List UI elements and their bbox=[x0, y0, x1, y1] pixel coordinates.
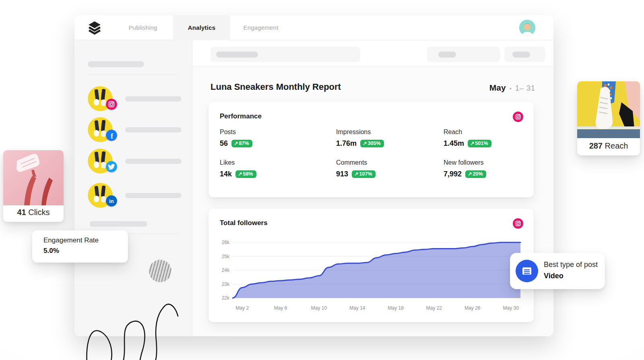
svg-text:f: f bbox=[111, 132, 114, 140]
tab-engagement[interactable]: Engagement bbox=[230, 15, 291, 40]
period-month: May bbox=[489, 83, 506, 93]
reach-label: 287 Reach bbox=[577, 141, 640, 151]
stat-likes: Likes 14k ↗58% bbox=[220, 159, 336, 178]
channel-name-skeleton bbox=[125, 193, 182, 198]
followers-card-title: Total followers bbox=[220, 219, 268, 227]
post-thumbnail bbox=[3, 150, 64, 205]
tab-analytics[interactable]: Analytics bbox=[173, 15, 230, 40]
svg-text:May 18: May 18 bbox=[388, 305, 404, 311]
search-filter-skeleton-text bbox=[216, 52, 258, 58]
instagram-icon bbox=[513, 218, 523, 229]
engagement-rate-value: 5.0% bbox=[43, 247, 128, 255]
trend-badge: ↗87% bbox=[231, 140, 252, 147]
performance-card-title: Performance bbox=[220, 112, 262, 120]
stat-reach: Reach 1.45m ↗501% bbox=[444, 128, 522, 148]
knit-texture-avatar[interactable] bbox=[149, 260, 171, 282]
stat-posts: Posts 56 ↗87% bbox=[220, 128, 336, 148]
best-type-of-post-card: Best type of post Video bbox=[510, 253, 605, 289]
reach-post-card: 287 Reach bbox=[577, 81, 640, 155]
clicks-post-card: 41 Clicks bbox=[3, 150, 64, 222]
svg-text:May 30: May 30 bbox=[503, 305, 519, 311]
trend-badge: ↗58% bbox=[235, 170, 256, 178]
facebook-icon: f bbox=[106, 130, 117, 141]
trend-badge: ↗107% bbox=[352, 170, 375, 178]
svg-text:24k: 24k bbox=[222, 267, 230, 273]
performance-card: Performance Posts 56 ↗87% Impressions 1.… bbox=[208, 102, 534, 197]
svg-text:in: in bbox=[109, 198, 114, 204]
trend-up-icon: ↗ bbox=[470, 141, 474, 146]
performance-stats-grid: Posts 56 ↗87% Impressions 1.76m ↗305% Re… bbox=[220, 128, 522, 178]
trend-up-icon: ↗ bbox=[468, 172, 472, 177]
svg-text:May 26: May 26 bbox=[464, 305, 481, 311]
instagram-icon bbox=[513, 112, 523, 122]
trend-up-icon: ↗ bbox=[234, 141, 238, 146]
post-type-icon bbox=[516, 260, 538, 282]
app-header: Publishing Analytics Engagement bbox=[74, 15, 553, 40]
sidebar-skeleton-title bbox=[88, 61, 144, 67]
svg-text:May 22: May 22 bbox=[426, 305, 442, 311]
best-post-value: Video bbox=[544, 272, 564, 280]
svg-text:May 2: May 2 bbox=[235, 305, 249, 311]
svg-text:May 6: May 6 bbox=[274, 305, 287, 311]
export-button-skeleton-text bbox=[512, 52, 530, 58]
trend-up-icon: ↗ bbox=[363, 141, 367, 146]
period-separator-icon: • bbox=[510, 85, 512, 92]
svg-text:26k: 26k bbox=[222, 240, 230, 245]
trend-up-icon: ↗ bbox=[238, 172, 242, 177]
channel-name-skeleton bbox=[125, 127, 182, 132]
trend-up-icon: ↗ bbox=[354, 172, 358, 177]
date-filter-skeleton-text bbox=[438, 52, 456, 58]
stat-comments: Comments 913 ↗107% bbox=[336, 159, 444, 178]
channel-name-skeleton bbox=[125, 159, 182, 164]
stat-impressions: Impressions 1.76m ↗305% bbox=[336, 128, 444, 148]
linkedin-icon: in bbox=[106, 195, 117, 207]
total-followers-card: 22k23k24k25k26kMay 2May 6May 10May 14May… bbox=[208, 209, 534, 322]
buffer-logo-icon[interactable] bbox=[88, 21, 101, 35]
best-post-title: Best type of post bbox=[544, 261, 598, 269]
tab-publishing[interactable]: Publishing bbox=[113, 15, 173, 40]
trend-badge: ↗501% bbox=[468, 140, 491, 147]
engagement-rate-title: Engagement Rate bbox=[43, 236, 128, 244]
buffer-analytics-window: Publishing Analytics Engagement bbox=[74, 15, 553, 336]
sidebar-skeleton-footer bbox=[90, 221, 147, 227]
svg-text:22k: 22k bbox=[222, 295, 230, 301]
trend-badge: ↗305% bbox=[360, 140, 384, 147]
channel-name-skeleton bbox=[125, 96, 182, 101]
report-title: Luna Sneakers Monthly Report bbox=[211, 82, 341, 92]
clicks-label: 41 Clicks bbox=[3, 208, 64, 217]
svg-text:25k: 25k bbox=[222, 254, 230, 259]
svg-text:May 10: May 10 bbox=[311, 305, 327, 311]
stat-new-followers: New followers 7,992 ↗20% bbox=[444, 159, 522, 178]
engagement-rate-card: Engagement Rate 5.0% bbox=[32, 230, 128, 263]
post-thumbnail bbox=[577, 81, 640, 138]
svg-text:23k: 23k bbox=[222, 281, 230, 287]
user-avatar[interactable] bbox=[519, 20, 535, 36]
trend-badge: ↗20% bbox=[465, 170, 486, 178]
channels-sidebar: f bbox=[74, 40, 192, 336]
sidebar-divider bbox=[88, 74, 178, 75]
twitter-icon bbox=[106, 161, 117, 172]
svg-text:May 14: May 14 bbox=[349, 305, 365, 311]
desktop-background: Publishing Analytics Engagement bbox=[0, 0, 644, 360]
instagram-icon bbox=[106, 99, 117, 110]
report-period[interactable]: May • 1– 31 bbox=[489, 83, 535, 93]
period-range: 1– 31 bbox=[515, 84, 535, 93]
